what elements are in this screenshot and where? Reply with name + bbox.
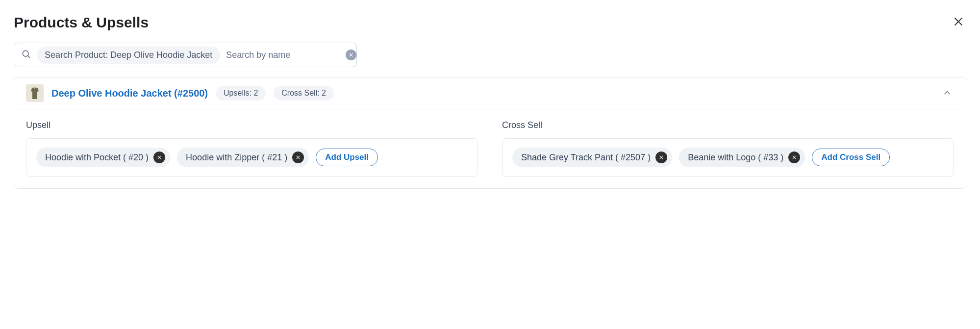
upsell-tag-label: Hoodie with Zipper ( #21 ): [186, 152, 287, 163]
crosssell-tag-label: Beanie with Logo ( #33 ): [688, 152, 783, 163]
add-crosssell-button[interactable]: Add Cross Sell: [812, 149, 890, 166]
crosssell-tag-label: Shade Grey Track Pant ( #2507 ): [521, 152, 651, 163]
remove-crosssell-button[interactable]: [788, 152, 800, 163]
upsell-panel: Upsell Hoodie with Pocket ( #20 ) Hoodie…: [14, 109, 490, 188]
remove-crosssell-button[interactable]: [655, 152, 667, 163]
crosssell-tag: Beanie with Logo ( #33 ): [679, 148, 805, 167]
close-button[interactable]: [951, 14, 966, 31]
remove-upsell-button[interactable]: [292, 152, 304, 163]
search-bar[interactable]: Search Product: Deep Olive Hoodie Jacket: [14, 43, 357, 67]
search-chip[interactable]: Search Product: Deep Olive Hoodie Jacket: [37, 47, 220, 64]
search-icon: [21, 49, 31, 61]
chevron-up-icon: [942, 92, 952, 99]
product-thumbnail: [26, 84, 44, 102]
product-link[interactable]: Deep Olive Hoodie Jacket (#2500): [51, 88, 208, 99]
upsells-count-badge: Upsells: 2: [216, 86, 266, 101]
add-upsell-button[interactable]: Add Upsell: [316, 149, 378, 166]
collapse-toggle[interactable]: [940, 86, 954, 101]
clear-icon: [346, 50, 356, 60]
upsell-tag: Hoodie with Zipper ( #21 ): [177, 148, 309, 167]
crosssell-tag: Shade Grey Track Pant ( #2507 ): [512, 148, 672, 167]
close-icon: [953, 16, 964, 29]
svg-point-0: [23, 51, 28, 56]
crosssell-panel: Cross Sell Shade Grey Track Pant ( #2507…: [490, 109, 966, 188]
crosssell-tag-box: Shade Grey Track Pant ( #2507 ) Beanie w…: [502, 138, 954, 177]
remove-upsell-button[interactable]: [153, 152, 165, 163]
upsell-title: Upsell: [26, 120, 478, 130]
product-header-row: Deep Olive Hoodie Jacket (#2500) Upsells…: [14, 77, 966, 109]
crosssell-title: Cross Sell: [502, 120, 954, 130]
page-title: Products & Upsells: [14, 14, 149, 31]
upsell-tag: Hoodie with Pocket ( #20 ): [36, 148, 170, 167]
upsell-tag-box: Hoodie with Pocket ( #20 ) Hoodie with Z…: [26, 138, 478, 177]
product-card: Deep Olive Hoodie Jacket (#2500) Upsells…: [14, 77, 966, 189]
upsell-tag-label: Hoodie with Pocket ( #20 ): [45, 152, 149, 163]
search-input[interactable]: [226, 50, 340, 60]
clear-search-button[interactable]: [346, 50, 356, 60]
crosssell-count-badge: Cross Sell: 2: [274, 86, 334, 101]
